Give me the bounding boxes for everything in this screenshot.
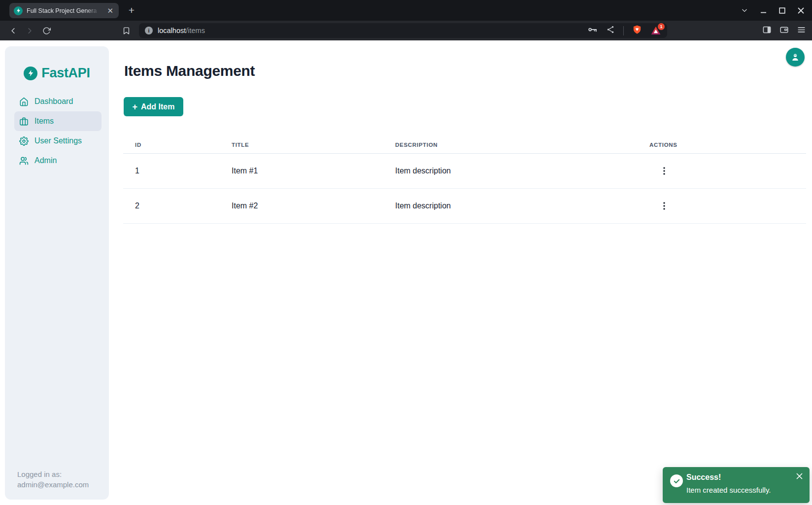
user-avatar-icon [790,52,801,63]
toast-title: Success! [686,473,721,482]
sidebar-item-admin[interactable]: Admin [14,151,102,170]
sidebar: FastAPI Dashboard Items User Settings [5,46,109,500]
briefcase-icon [19,117,29,126]
logo-text: FastAPI [41,66,90,81]
close-icon [796,473,803,479]
logged-in-email: admin@example.com [17,479,89,490]
row-actions-menu-button[interactable] [657,165,671,177]
tab-close-icon[interactable]: ✕ [106,7,114,14]
kebab-menu-icon [660,167,668,175]
sidebar-item-label: User Settings [34,136,82,145]
browser-tab[interactable]: Full Stack Project Genera ✕ [9,3,119,18]
window-minimize-button[interactable] [760,7,767,14]
cell-description: Item description [395,202,649,210]
row-actions-menu-button[interactable] [657,200,671,212]
menu-hamburger-icon[interactable] [797,25,806,36]
url-text: localhost/items [158,27,205,34]
cell-id: 2 [123,202,232,210]
share-icon[interactable] [606,25,615,36]
cell-title: Item #1 [232,167,395,175]
browser-window: Full Stack Project Genera ✕ + [0,0,812,505]
kebab-menu-icon [660,202,668,210]
table-row: 1 Item #1 Item description [123,154,806,189]
back-button[interactable] [5,23,21,38]
sidebar-item-items[interactable]: Items [14,111,102,131]
brave-shield-icon[interactable] [632,25,642,36]
fastapi-logo: FastAPI [5,66,109,81]
gear-icon [19,136,29,146]
toolbar-divider [623,26,624,35]
browser-toolbar: i localhost/items [0,21,812,40]
bookmark-icon[interactable] [118,23,134,38]
add-item-button[interactable]: + Add Item [124,97,183,116]
side-panel-icon[interactable] [762,25,772,36]
sidebar-item-user-settings[interactable]: User Settings [14,131,102,151]
plus-icon: + [133,102,138,111]
rewards-badge: 1 [658,23,665,30]
logged-in-info: Logged in as: admin@example.com [17,469,89,490]
address-bar[interactable]: i localhost/items [139,23,667,38]
site-info-icon[interactable]: i [145,27,153,34]
logged-in-label: Logged in as: [17,469,89,479]
cell-title: Item #2 [232,202,395,210]
success-toast: Success! Item created successfully. [663,467,810,503]
sidebar-item-label: Dashboard [34,97,73,106]
password-key-icon[interactable] [588,25,598,36]
toast-close-button[interactable] [794,471,805,483]
wallet-icon[interactable] [779,25,789,36]
column-header-actions: ACTIONS [649,142,806,148]
user-menu-button[interactable] [786,48,805,67]
tab-title: Full Stack Project Genera [27,7,102,14]
home-icon [19,97,29,106]
column-header-description: DESCRIPTION [395,142,649,148]
table-header-row: ID TITLE DESCRIPTION ACTIONS [123,136,806,154]
new-tab-button[interactable]: + [125,4,138,17]
items-table: ID TITLE DESCRIPTION ACTIONS 1 Item #1 I… [123,136,806,224]
brave-rewards-icon[interactable]: 1 [650,25,661,36]
sidebar-item-label: Admin [34,156,57,165]
window-close-button[interactable] [798,7,804,14]
sidebar-nav: Dashboard Items User Settings Admin [5,92,109,170]
sidebar-item-label: Items [34,117,54,126]
check-circle-icon [670,474,683,487]
sidebar-item-dashboard[interactable]: Dashboard [14,92,102,111]
users-icon [19,156,29,166]
fastapi-bolt-icon [24,67,37,80]
cell-id: 1 [123,167,232,175]
window-maximize-button[interactable] [779,7,785,14]
column-header-title: TITLE [232,142,395,148]
tab-strip: Full Stack Project Genera ✕ + [0,0,812,21]
toast-message: Item created successfully. [686,486,771,494]
app-page: FastAPI Dashboard Items User Settings [0,40,812,505]
column-header-id: ID [123,142,232,148]
table-row: 2 Item #2 Item description [123,189,806,224]
reload-button[interactable] [38,23,54,38]
cell-description: Item description [395,167,649,175]
tab-search-chevron-icon[interactable] [741,7,748,14]
page-title: Items Management [124,63,255,79]
forward-button[interactable] [22,23,37,38]
fastapi-favicon-icon [14,6,23,15]
